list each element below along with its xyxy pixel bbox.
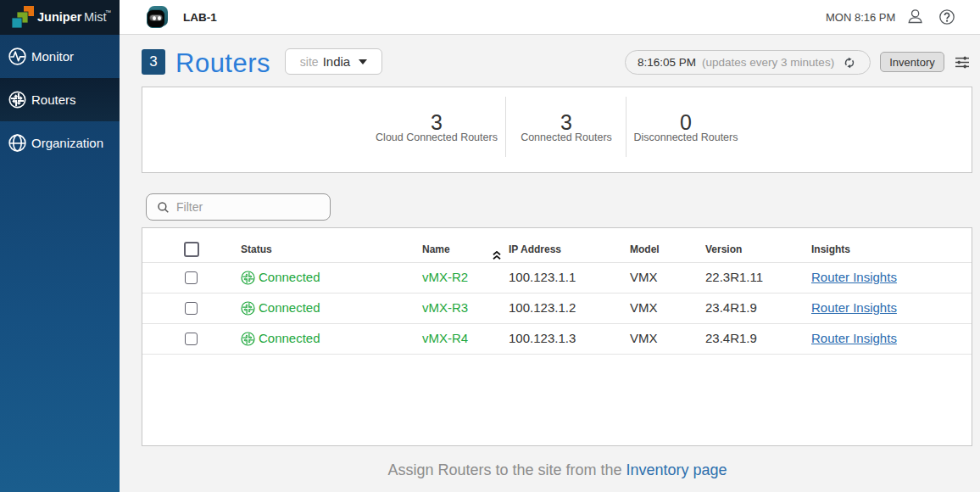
svg-text:Mist: Mist <box>84 10 107 24</box>
svg-text:™: ™ <box>105 9 111 15</box>
svg-text:Juniper: Juniper <box>37 10 82 24</box>
